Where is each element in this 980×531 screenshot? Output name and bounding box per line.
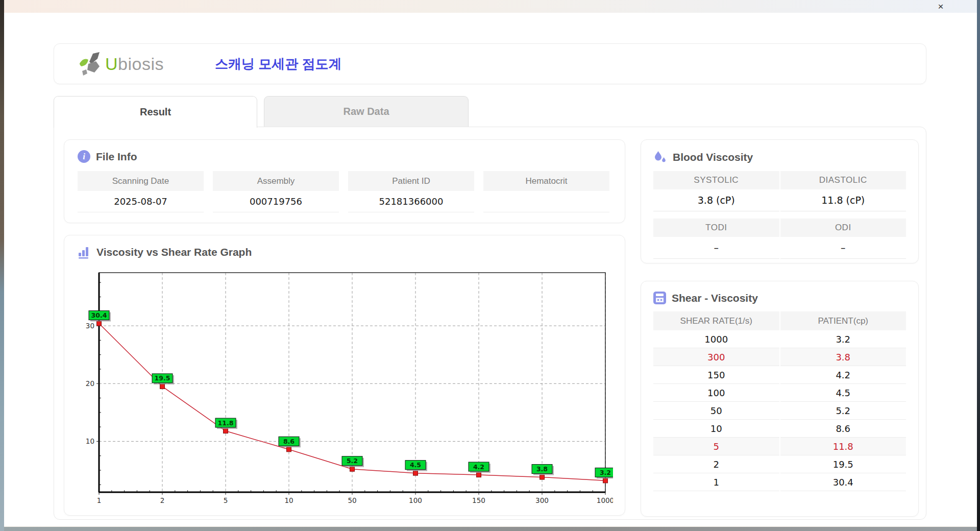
bv-label: DIASTOLIC xyxy=(780,171,906,189)
patient-cell: 3.2 xyxy=(780,330,906,348)
bv-label-row: TODIODI xyxy=(653,219,906,237)
svg-text:50: 50 xyxy=(348,496,356,504)
field-label: Assembly xyxy=(213,171,339,191)
column-header: SHEAR RATE(1/s) xyxy=(653,311,779,330)
brand-logo: Ubiosis xyxy=(76,51,164,77)
patient-cell: 8.6 xyxy=(780,420,906,438)
blood-viscosity-title: Blood Viscosity xyxy=(673,151,753,163)
desktop-edge-right xyxy=(977,0,980,531)
tab-result[interactable]: Result xyxy=(54,96,257,128)
bar-chart-icon xyxy=(78,246,91,259)
bv-label-row: SYSTOLICDIASTOLIC xyxy=(653,171,906,189)
shear-viscosity-title: Shear - Viscosity xyxy=(672,292,758,304)
table-row: 511.8 xyxy=(653,438,906,455)
taskbar-edge xyxy=(4,526,977,531)
brand-u: U xyxy=(105,54,118,74)
file-info-fields: Scanning Date2025-08-07Assembly000719756… xyxy=(78,171,611,212)
tab-raw-data[interactable]: Raw Data xyxy=(264,96,469,127)
patient-cell: 4.2 xyxy=(780,366,906,384)
table-row: 505.2 xyxy=(653,402,906,420)
shear-rate-cell: 50 xyxy=(653,402,779,420)
svg-text:5: 5 xyxy=(224,496,228,504)
app-page: Ubiosis 스캐닝 모세관 점도계 Result Raw Data i Fi… xyxy=(4,13,977,526)
svg-text:5.2: 5.2 xyxy=(347,457,358,465)
table-row: 1004.5 xyxy=(653,384,906,402)
viscosity-chart: 1251050100150300100010203030.419.511.88.… xyxy=(80,265,613,510)
header: Ubiosis 스캐닝 모세관 점도계 xyxy=(54,43,926,84)
svg-text:11.8: 11.8 xyxy=(218,419,234,427)
bv-value: 3.8 (cP) xyxy=(653,189,779,211)
bv-value: – xyxy=(780,237,906,259)
field-label: Hematocrit xyxy=(483,171,609,191)
svg-text:1000: 1000 xyxy=(597,496,613,504)
svg-text:2: 2 xyxy=(160,496,165,504)
table-row: 10003.2 xyxy=(653,330,906,348)
graph-heading: Viscosity vs Shear Rate Graph xyxy=(78,246,611,259)
shear-rate-cell: 150 xyxy=(653,366,779,384)
svg-text:4.2: 4.2 xyxy=(473,463,484,471)
svg-text:300: 300 xyxy=(535,496,549,504)
patient-cell: 19.5 xyxy=(780,455,906,473)
blood-viscosity-heading: Blood Viscosity xyxy=(653,150,906,164)
file-info-card: i File Info Scanning Date2025-08-07Assem… xyxy=(64,139,625,223)
file-info-field: Hematocrit xyxy=(483,171,609,212)
table-row: 130.4 xyxy=(653,473,906,491)
svg-text:30: 30 xyxy=(86,322,94,330)
svg-text:4.5: 4.5 xyxy=(410,461,421,469)
info-icon: i xyxy=(78,150,90,163)
bv-value: – xyxy=(653,237,779,259)
calculator-icon xyxy=(653,292,666,304)
field-value: 52181366000 xyxy=(348,191,474,212)
ubiosis-logo-icon xyxy=(76,51,105,77)
shear-viscosity-table: SHEAR RATE(1/s)PATIENT(cp) 10003.23003.8… xyxy=(653,311,906,491)
patient-cell: 3.8 xyxy=(780,348,906,366)
svg-text:19.5: 19.5 xyxy=(155,374,170,382)
droplets-icon xyxy=(653,150,667,164)
field-value: 000719756 xyxy=(213,191,339,212)
svg-text:3.2: 3.2 xyxy=(600,469,611,476)
brand-rest: biosis xyxy=(118,54,164,74)
brand-name: Ubiosis xyxy=(105,54,164,74)
svg-text:10: 10 xyxy=(86,437,94,445)
svg-text:10: 10 xyxy=(284,496,293,504)
shear-rate-cell: 300 xyxy=(653,348,779,366)
bv-label: TODI xyxy=(653,219,779,237)
patient-cell: 30.4 xyxy=(780,473,906,491)
close-icon[interactable]: × xyxy=(935,1,947,13)
blood-viscosity-table: SYSTOLICDIASTOLIC3.8 (cP)11.8 (cP)TODIOD… xyxy=(653,171,906,259)
shear-rate-cell: 1 xyxy=(653,473,779,491)
bv-label: ODI xyxy=(780,219,906,237)
file-info-heading: i File Info xyxy=(78,150,611,163)
patient-cell: 11.8 xyxy=(780,438,906,455)
svg-text:100: 100 xyxy=(409,496,422,504)
shear-rate-cell: 1000 xyxy=(653,330,779,348)
field-label: Patient ID xyxy=(348,171,474,191)
column-header: PATIENT(cp) xyxy=(780,311,906,330)
file-info-field: Assembly000719756 xyxy=(213,171,339,212)
graph-title: Viscosity vs Shear Rate Graph xyxy=(96,246,252,258)
svg-text:30.4: 30.4 xyxy=(91,311,107,319)
file-info-field: Scanning Date2025-08-07 xyxy=(78,171,204,212)
window-title-bar: × xyxy=(4,0,977,13)
svg-text:3.8: 3.8 xyxy=(536,465,548,473)
shear-rate-cell: 5 xyxy=(653,438,779,455)
bv-label: SYSTOLIC xyxy=(653,171,779,189)
patient-cell: 5.2 xyxy=(780,402,906,420)
bv-value: 11.8 (cP) xyxy=(780,189,906,211)
desktop-edge-left xyxy=(0,0,4,531)
shear-viscosity-heading: Shear - Viscosity xyxy=(653,292,906,304)
patient-cell: 4.5 xyxy=(780,384,906,402)
bv-value-row: 3.8 (cP)11.8 (cP) xyxy=(653,189,906,211)
shear-rate-cell: 100 xyxy=(653,384,779,402)
file-info-title: File Info xyxy=(96,151,137,163)
file-info-field: Patient ID52181366000 xyxy=(348,171,474,212)
table-row: 3003.8 xyxy=(653,348,906,366)
svg-text:8.6: 8.6 xyxy=(283,438,295,445)
field-label: Scanning Date xyxy=(78,171,204,191)
table-row: 219.5 xyxy=(653,455,906,473)
svg-text:150: 150 xyxy=(472,496,485,504)
field-value: 2025-08-07 xyxy=(78,191,204,212)
bv-value-row: –– xyxy=(653,237,906,259)
svg-text:1: 1 xyxy=(97,496,102,504)
svg-text:20: 20 xyxy=(86,379,94,388)
